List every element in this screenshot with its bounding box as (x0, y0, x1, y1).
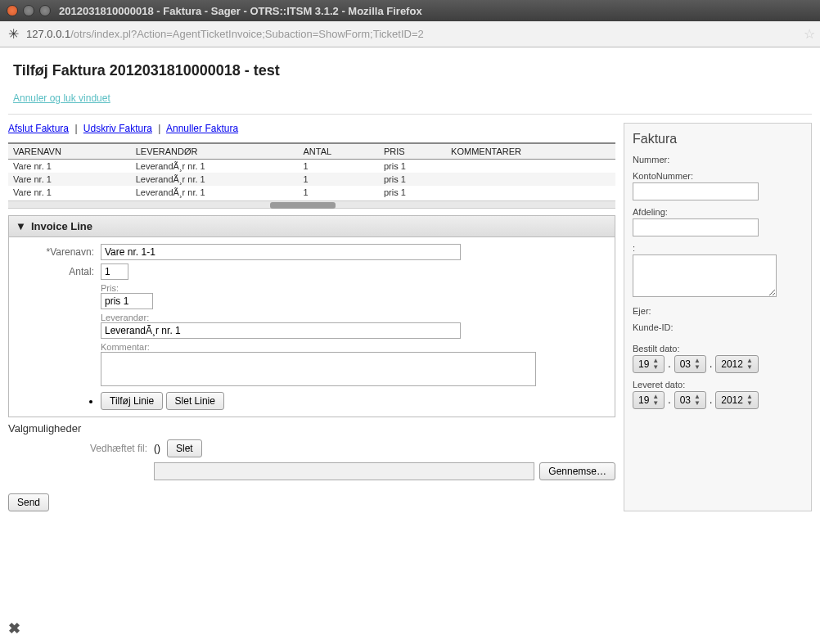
url-path: /otrs/index.pl?Action=AgentTicketInvoice… (70, 28, 424, 40)
note-textarea[interactable] (633, 254, 777, 297)
antal-input[interactable] (101, 263, 128, 280)
address-bar: ✳ 127.0.0.1/otrs/index.pl?Action=AgentTi… (0, 21, 820, 47)
label-afdeling: Afdeling: (633, 207, 803, 217)
label-ejer: Ejer: (633, 306, 803, 316)
leveret-month-spinner[interactable]: 03▲▼ (674, 391, 706, 409)
label-nummer: Nummer: (633, 155, 803, 164)
attached-file-empty: () (154, 443, 160, 454)
cell: LeverandÃ¸r nr. 1 (131, 186, 299, 199)
label-leveret-dato: Leveret dato: (633, 380, 803, 390)
cell: 1 (298, 186, 378, 199)
page-title: Tilføj Faktura 2012031810000018 - test (13, 62, 807, 79)
col-varenavn[interactable]: VARENAVN (8, 143, 131, 160)
send-button[interactable]: Send (8, 493, 49, 511)
add-line-button[interactable]: Tilføj Linie (101, 392, 163, 410)
varenavn-input[interactable] (101, 244, 461, 260)
dot: . (710, 358, 712, 370)
table-row[interactable]: Vare nr. 1 LeverandÃ¸r nr. 1 1 pris 1 (8, 160, 615, 173)
window-close-button[interactable] (7, 5, 18, 16)
sidebar-title: Faktura (633, 132, 803, 146)
cell (446, 186, 615, 199)
cell: LeverandÃ¸r nr. 1 (131, 173, 299, 186)
table-row[interactable]: Vare nr. 1 LeverandÃ¸r nr. 1 1 pris 1 (8, 186, 615, 199)
cell: 1 (298, 173, 378, 186)
cell: 1 (298, 160, 378, 173)
url-input[interactable]: 127.0.0.1/otrs/index.pl?Action=AgentTick… (26, 28, 799, 40)
label-pris: Pris: (101, 283, 603, 293)
col-kommentarer[interactable]: KOMMENTARER (446, 143, 615, 160)
widget-title: Invoice Line (31, 220, 92, 232)
leverandor-input[interactable] (101, 322, 461, 339)
label-colon: : (633, 243, 803, 253)
browse-button[interactable]: Gennemse… (539, 462, 615, 480)
window-titlebar: 2012031810000018 - Faktura - Sager - OTR… (0, 0, 820, 21)
label-kontonummer: KontoNummer: (633, 171, 803, 181)
invoice-lines-table: VARENAVN LEVERANDØR ANTAL PRIS KOMMENTAR… (8, 142, 615, 199)
action-cancel-invoice[interactable]: Annuller Faktura (166, 123, 238, 134)
delete-line-button[interactable]: Slet Linie (166, 392, 224, 410)
bestilt-month-spinner[interactable]: 03▲▼ (674, 355, 706, 373)
site-identity-icon[interactable]: ✳ (5, 26, 21, 43)
col-antal[interactable]: ANTAL (298, 143, 378, 160)
col-pris[interactable]: PRIS (379, 143, 446, 160)
close-icon[interactable]: ✖ (8, 619, 20, 637)
cell (446, 160, 615, 173)
label-kommentar: Kommentar: (101, 342, 603, 352)
pris-input[interactable] (101, 293, 153, 309)
label-bestilt-dato: Bestilt dato: (633, 344, 803, 354)
leveret-year-spinner[interactable]: 2012▲▼ (715, 391, 759, 409)
cell: Vare nr. 1 (8, 160, 131, 173)
bookmark-star-icon[interactable]: ☆ (804, 26, 815, 42)
window-minimize-button[interactable] (23, 5, 34, 16)
label-varenavn: *Varenavn: (20, 244, 94, 258)
bestilt-day-spinner[interactable]: 19▲▼ (633, 355, 665, 373)
col-leverandor[interactable]: LEVERANDØR (131, 143, 299, 160)
leveret-day-spinner[interactable]: 19▲▼ (633, 391, 665, 409)
cell: pris 1 (379, 173, 446, 186)
invoice-line-widget-header[interactable]: ▼ Invoice Line (9, 216, 615, 237)
cell: pris 1 (379, 160, 446, 173)
cell: Vare nr. 1 (8, 173, 131, 186)
cell: pris 1 (379, 186, 446, 199)
options-heading: Valgmuligheder (8, 422, 615, 435)
file-path-box[interactable] (154, 462, 534, 480)
action-print-invoice[interactable]: Udskriv Faktura (83, 123, 152, 134)
kontonummer-input[interactable] (633, 182, 759, 200)
table-row[interactable]: Vare nr. 1 LeverandÃ¸r nr. 1 1 pris 1 (8, 173, 615, 186)
action-finish-invoice[interactable]: Afslut Faktura (8, 123, 69, 134)
cell: Vare nr. 1 (8, 186, 131, 199)
dot: . (668, 358, 670, 370)
attached-file-label: Vedhæftet fil: (8, 443, 147, 454)
label-kunde-id: Kunde-ID: (633, 322, 803, 332)
label-antal: Antal: (20, 263, 94, 277)
cancel-close-link[interactable]: Annuler og luk vinduet (13, 92, 110, 104)
action-links: Afslut Faktura | Udskriv Faktura | Annul… (8, 123, 615, 134)
bestilt-year-spinner[interactable]: 2012▲▼ (715, 355, 759, 373)
cell: LeverandÃ¸r nr. 1 (131, 160, 299, 173)
cell (446, 173, 615, 186)
url-host: 127.0.0.1 (26, 28, 70, 40)
delete-attachment-button[interactable]: Slet (167, 439, 202, 457)
label-leverandor: Leverandør: (101, 313, 603, 322)
afdeling-input[interactable] (633, 218, 759, 236)
kommentar-textarea[interactable] (101, 352, 536, 386)
window-title: 2012031810000018 - Faktura - Sager - OTR… (59, 5, 422, 17)
dot: . (710, 394, 712, 406)
collapse-triangle-icon[interactable]: ▼ (16, 220, 26, 232)
window-maximize-button[interactable] (39, 5, 51, 16)
horizontal-scrollbar[interactable] (8, 200, 615, 209)
dot: . (668, 394, 670, 406)
